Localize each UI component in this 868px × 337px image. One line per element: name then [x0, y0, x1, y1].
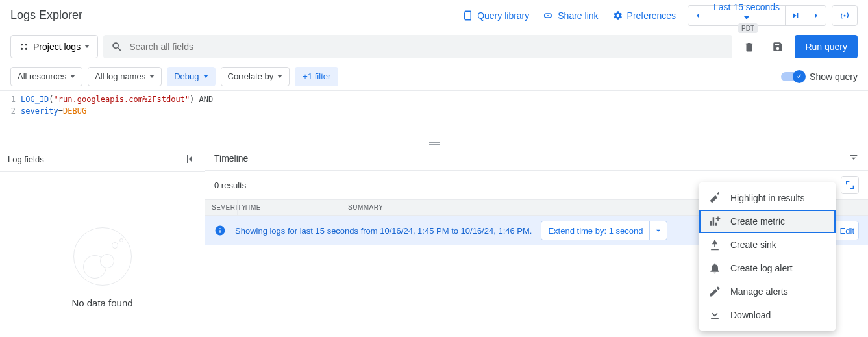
menu-create-alert[interactable]: Create log alert	[699, 256, 836, 280]
filter-resources-label: All resources	[18, 71, 66, 81]
chevron-down-icon	[277, 75, 282, 78]
chevron-down-icon	[70, 75, 75, 78]
scope-label: Project logs	[33, 42, 81, 52]
delete-button[interactable]	[738, 35, 761, 58]
menu-label: Create sink	[730, 240, 776, 250]
info-icon	[214, 225, 226, 236]
svg-point-1	[25, 44, 27, 45]
highlight-icon	[708, 192, 721, 205]
drag-icon	[427, 142, 442, 145]
col-severity: Severity	[205, 200, 238, 215]
empty-illustration	[73, 227, 132, 286]
menu-create-metric[interactable]: Create metric	[699, 210, 836, 233]
chevron-right-icon	[811, 10, 821, 21]
extend-time-button[interactable]: Extend time by: 1 second	[541, 221, 649, 240]
chevron-down-icon	[203, 75, 208, 78]
timezone-badge: PDT	[738, 23, 758, 33]
edit-time-button[interactable]: Edit	[833, 221, 859, 240]
broadcast-icon	[839, 10, 850, 21]
col-time: Time	[238, 200, 341, 215]
chevron-down-icon	[654, 226, 663, 235]
time-next-button[interactable]	[806, 5, 826, 26]
drag-handle[interactable]	[0, 140, 868, 147]
page-title: Logs Explorer	[10, 8, 82, 22]
bell-icon	[708, 262, 721, 275]
code-token: LOG_ID	[21, 95, 49, 104]
svg-point-0	[21, 44, 23, 45]
preferences-link[interactable]: Preferences	[605, 6, 682, 25]
sidebar-title: Log fields	[8, 155, 44, 164]
run-query-button[interactable]: Run query	[795, 35, 858, 58]
link-icon	[542, 10, 554, 21]
time-range-label: Last 15 seconds	[713, 2, 780, 12]
time-prev-button[interactable]	[688, 5, 708, 26]
search-input[interactable]	[129, 42, 725, 52]
menu-label: Download	[730, 310, 771, 320]
search-box[interactable]	[103, 35, 732, 58]
svg-rect-5	[429, 144, 440, 145]
pencil-icon	[708, 285, 721, 298]
search-icon	[111, 41, 123, 53]
share-link-label: Share link	[558, 10, 598, 21]
empty-text: No data found	[71, 297, 132, 308]
time-range-button[interactable]: Last 15 seconds PDT	[708, 5, 785, 26]
chevron-down-icon	[84, 45, 90, 48]
code-token: DEBUG	[63, 106, 86, 116]
fullscreen-icon	[845, 180, 855, 190]
gear-icon	[612, 10, 623, 21]
trash-icon	[743, 41, 755, 53]
fullscreen-button[interactable]	[841, 176, 859, 194]
info-text: Showing logs for last 15 seconds from 10…	[235, 226, 532, 236]
menu-manage-alerts[interactable]: Manage alerts	[699, 280, 836, 303]
timeline-title: Timeline	[214, 153, 248, 164]
stream-button[interactable]	[832, 5, 858, 26]
show-query-label: Show query	[810, 71, 858, 82]
menu-create-sink[interactable]: Create sink	[699, 233, 836, 256]
create-sink-icon	[708, 238, 721, 251]
menu-label: Highlight in results	[730, 193, 804, 203]
scatter-icon	[19, 42, 29, 52]
filter-severity[interactable]: Debug	[167, 67, 215, 86]
menu-download[interactable]: Download	[699, 303, 836, 327]
time-jump-end-button[interactable]	[785, 5, 806, 26]
code-token: "run.googleapis.com%2Fstdout"	[54, 95, 190, 104]
query-library-label: Query library	[477, 10, 529, 21]
svg-point-3	[25, 47, 27, 49]
results-count: 0 results	[214, 181, 246, 190]
save-icon	[772, 41, 784, 53]
filter-resources[interactable]: All resources	[10, 67, 82, 86]
jump-end-icon	[791, 10, 801, 21]
svg-rect-4	[429, 142, 440, 143]
actions-menu: Highlight in results Create metric Creat…	[699, 182, 836, 331]
save-button[interactable]	[766, 35, 789, 58]
menu-label: Create metric	[730, 216, 785, 227]
svg-point-2	[21, 47, 23, 49]
filter-log-names[interactable]: All log names	[88, 67, 162, 86]
filter-severity-label: Debug	[174, 71, 199, 81]
query-library-link[interactable]: Query library	[455, 6, 536, 25]
code-token: AND	[199, 95, 214, 104]
extend-time-dropdown[interactable]	[649, 221, 667, 240]
filter-lognames-label: All log names	[95, 71, 145, 81]
add-filter-button[interactable]: +1 filter	[295, 67, 338, 86]
create-metric-icon	[708, 215, 721, 228]
chevron-down-icon	[149, 75, 155, 78]
share-link-link[interactable]: Share link	[536, 6, 604, 25]
download-icon	[708, 308, 721, 321]
filter-correlate[interactable]: Correlate by	[221, 67, 290, 86]
menu-label: Create log alert	[730, 263, 793, 273]
chevron-left-icon	[693, 10, 703, 21]
menu-label: Manage alerts	[730, 286, 788, 297]
query-editor[interactable]: 12 LOG_ID("run.googleapis.com%2Fstdout")…	[0, 91, 868, 140]
book-icon	[462, 10, 473, 21]
show-query-toggle[interactable]	[781, 72, 804, 81]
chevron-down-icon	[744, 16, 749, 19]
timeline-expand-button[interactable]	[849, 153, 859, 164]
menu-highlight[interactable]: Highlight in results	[699, 186, 836, 210]
collapse-sidebar-button[interactable]	[185, 153, 197, 165]
chevron-down-bar-icon	[849, 153, 859, 164]
preferences-label: Preferences	[627, 10, 676, 21]
filter-correlate-label: Correlate by	[228, 71, 274, 81]
scope-button[interactable]: Project logs	[10, 35, 98, 58]
check-icon	[795, 73, 803, 81]
